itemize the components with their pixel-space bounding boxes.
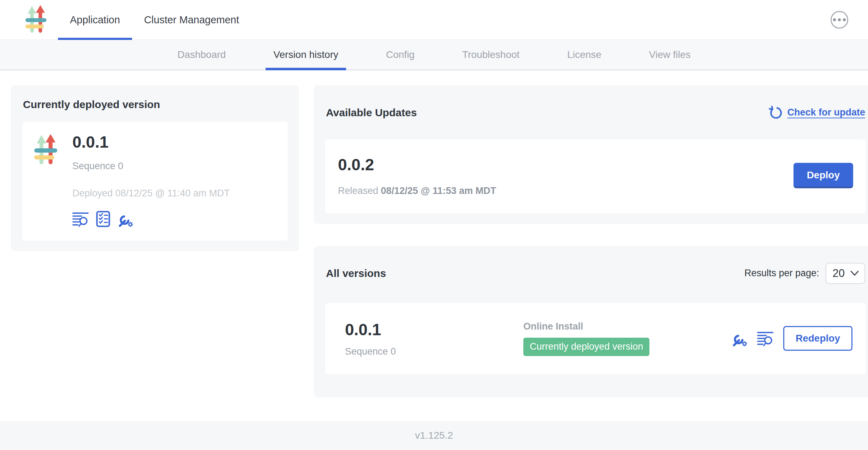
deployed-version-number: 0.0.1 <box>72 132 230 152</box>
config-wrench-icon[interactable] <box>118 211 134 227</box>
row-sequence: Sequence 0 <box>345 346 523 357</box>
top-tabs: Application Cluster Management <box>58 0 251 40</box>
app-logo-icon <box>25 5 48 35</box>
tab-troubleshoot-label: Troubleshoot <box>462 49 519 60</box>
row-version-number: 0.0.1 <box>345 320 523 339</box>
main-content: Currently deployed version 0.0.1 Sequenc… <box>0 70 868 421</box>
preflight-checklist-icon[interactable] <box>95 211 111 227</box>
redeploy-button[interactable]: Redeploy <box>783 326 852 351</box>
currently-deployed-title: Currently deployed version <box>23 99 288 111</box>
update-row: 0.0.2 Released 08/12/25 @ 11:53 am MDT D… <box>325 140 866 213</box>
results-per-page-label: Results per page: <box>744 268 819 279</box>
config-wrench-icon[interactable] <box>732 330 748 347</box>
check-for-update-label: Check for update <box>787 107 865 118</box>
tab-cluster-management-label: Cluster Management <box>144 14 239 26</box>
update-version-number: 0.0.2 <box>338 155 496 174</box>
refresh-icon <box>768 105 783 120</box>
tab-version-history[interactable]: Version history <box>273 40 339 70</box>
tab-license[interactable]: License <box>566 40 602 70</box>
view-logs-icon[interactable] <box>72 211 89 227</box>
tab-version-history-label: Version history <box>273 49 338 60</box>
console-version: v1.125.2 <box>415 430 453 441</box>
check-for-update-link[interactable]: Check for update <box>768 105 865 120</box>
currently-deployed-card: Currently deployed version 0.0.1 Sequenc… <box>11 85 299 251</box>
released-timestamp: 08/12/25 @ 11:53 am MDT <box>381 185 497 196</box>
tab-cluster-management[interactable]: Cluster Management <box>132 0 251 40</box>
version-row: 0.0.1 Sequence 0 Online Install Currentl… <box>325 303 866 374</box>
app-subnav: Dashboard Version history Config Trouble… <box>0 40 868 70</box>
deployed-version-card: 0.0.1 Sequence 0 Deployed 08/12/25 @ 11:… <box>22 122 288 241</box>
view-logs-icon[interactable] <box>757 330 773 347</box>
tab-dashboard-label: Dashboard <box>177 49 226 60</box>
deployed-timestamp: Deployed 08/12/25 @ 11:40 am MDT <box>72 188 230 199</box>
tab-troubleshoot[interactable]: Troubleshoot <box>462 40 520 70</box>
all-versions-title: All versions <box>326 267 386 279</box>
install-type-label: Online Install <box>523 321 649 332</box>
currently-deployed-badge: Currently deployed version <box>523 338 649 356</box>
deployed-sequence: Sequence 0 <box>72 161 230 172</box>
deploy-button[interactable]: Deploy <box>793 163 853 188</box>
top-nav: Application Cluster Management <box>0 0 868 40</box>
results-per-page-value: 20 <box>833 267 845 280</box>
tab-application-label: Application <box>70 14 120 26</box>
tab-dashboard[interactable]: Dashboard <box>177 40 226 70</box>
update-released-line: Released 08/12/25 @ 11:53 am MDT <box>338 185 496 196</box>
app-logo-icon <box>34 133 59 167</box>
tab-view-files[interactable]: View files <box>648 40 691 70</box>
footer: v1.125.2 <box>0 421 868 450</box>
available-updates-title: Available Updates <box>326 107 417 119</box>
tab-view-files-label: View files <box>649 49 691 60</box>
tab-config[interactable]: Config <box>385 40 415 70</box>
tab-license-label: License <box>567 49 601 60</box>
all-versions-card: All versions Results per page: 20 0.0.1 … <box>314 246 868 397</box>
tab-application[interactable]: Application <box>58 0 132 40</box>
tab-config-label: Config <box>386 49 415 60</box>
ellipsis-menu-icon[interactable] <box>831 11 848 29</box>
results-per-page-select[interactable]: 20 <box>826 263 865 284</box>
available-updates-card: Available Updates Check for update 0.0.2… <box>314 85 868 224</box>
chevron-down-icon <box>850 271 859 276</box>
released-label: Released <box>338 185 381 196</box>
